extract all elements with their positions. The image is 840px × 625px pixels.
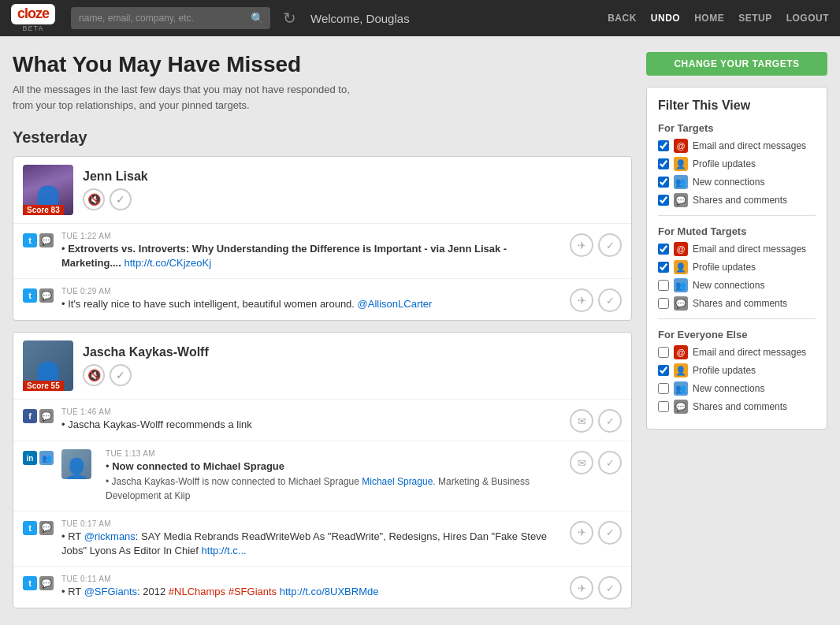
filter-targets-shares[interactable]: 💬 Shares and comments — [658, 193, 816, 207]
person-header-jascha: 👤 Score 55 Jascha Kaykas-Wolff 🔇 ✓ — [13, 333, 631, 400]
filter-everyone-connections[interactable]: 👥 New connections — [658, 381, 816, 396]
email-filter-icon: @ — [674, 242, 688, 256]
filter-targets-email[interactable]: @ Email and direct messages — [658, 139, 816, 153]
change-targets-button[interactable]: CHANGE YOUR TARGETS — [646, 52, 827, 76]
message-actions: ✉ ✓ — [570, 409, 622, 433]
done-button[interactable]: ✓ — [598, 288, 622, 312]
chat-icon: 💬 — [39, 521, 54, 535]
filter-muted-connections[interactable]: 👥 New connections — [658, 278, 816, 292]
filter-targets-connections-checkbox[interactable] — [658, 177, 669, 188]
filter-everyone-profile[interactable]: 👤 Profile updates — [658, 363, 816, 378]
send-button[interactable]: ✈ — [570, 233, 593, 257]
filter-targets-profile-checkbox[interactable] — [658, 158, 669, 169]
twitter-icon: t — [23, 576, 37, 590]
connection-detail: • Jascha Kaykas-Wolff is now connected t… — [106, 476, 530, 501]
done-button[interactable]: ✓ — [598, 233, 622, 257]
send-button[interactable]: ✈ — [570, 576, 593, 600]
message-actions: ✈ ✓ — [570, 576, 622, 600]
hashtag1: #NLChamps — [169, 586, 225, 597]
profile-filter-icon: 👤 — [674, 260, 688, 274]
message-body: TUE 1:46 AM • Jascha Kaykas-Wolff recomm… — [61, 407, 562, 432]
message-text: • Now connected to Michael Sprague • Jas… — [106, 459, 562, 503]
message-link[interactable]: http://t.co/8UXBRMde — [280, 586, 379, 597]
welcome-text: Welcome, Douglas — [310, 12, 410, 25]
person-name-jascha: Jascha Kaykas-Wolff — [83, 345, 209, 359]
send-button[interactable]: ✈ — [570, 521, 593, 545]
refresh-button[interactable]: ↻ — [283, 9, 296, 28]
connection-link[interactable]: Michael Sprague — [362, 476, 433, 487]
message-item: t 💬 TUE 0:17 AM • RT @rickmans: SAY Medi… — [13, 512, 631, 567]
nav-back[interactable]: BACK — [608, 13, 637, 24]
filter-targets-email-checkbox[interactable] — [658, 140, 669, 151]
filter-muted-profile[interactable]: 👤 Profile updates — [658, 260, 816, 274]
person-actions-jenn: 🔇 ✓ — [83, 188, 148, 210]
left-panel: What You May Have Missed All the message… — [13, 52, 632, 619]
filter-everyone-email[interactable]: @ Email and direct messages — [658, 345, 816, 359]
done-button[interactable]: ✓ — [598, 521, 622, 545]
done-button[interactable]: ✓ — [598, 409, 622, 433]
hashtag2: #SFGiants — [229, 586, 277, 597]
divider — [658, 318, 816, 319]
nav-logout[interactable]: LOGOUT — [786, 13, 829, 24]
email-filter-icon: @ — [674, 139, 688, 153]
send-button[interactable]: ✈ — [570, 288, 593, 312]
person-info-jenn: Jenn Lisak 🔇 ✓ — [83, 169, 148, 210]
person-header-jenn: 👤 Score 83 Jenn Lisak 🔇 ✓ — [13, 157, 631, 224]
filter-targets-connections[interactable]: 👥 New connections — [658, 175, 816, 189]
email-button[interactable]: ✉ — [570, 409, 593, 433]
message-timestamp: TUE 0:17 AM — [61, 519, 562, 528]
done-button[interactable]: ✓ — [598, 451, 622, 474]
source-icons: t 💬 — [23, 576, 54, 590]
message-link[interactable]: http://t.co/CKjzeoKj — [124, 257, 211, 269]
search-input[interactable] — [71, 9, 244, 27]
filter-muted-connections-checkbox[interactable] — [658, 280, 669, 291]
filter-label: Email and direct messages — [693, 140, 806, 151]
filter-everyone-shares[interactable]: 💬 Shares and comments — [658, 400, 816, 414]
filter-muted-email-checkbox[interactable] — [658, 244, 669, 255]
source-icons: in 👥 — [23, 451, 54, 465]
filter-targets-shares-checkbox[interactable] — [658, 195, 669, 206]
chat-icon: 💬 — [39, 288, 54, 303]
nav-undo[interactable]: UNDO — [651, 13, 680, 24]
check-button-jenn[interactable]: ✓ — [110, 188, 132, 210]
filter-everyone-profile-checkbox[interactable] — [658, 365, 669, 376]
nav-home[interactable]: HOME — [694, 13, 724, 24]
message-text: • Extroverts vs. Introverts: Why Underst… — [61, 242, 562, 270]
message-timestamp: TUE 1:13 AM — [106, 449, 562, 458]
nav-setup[interactable]: SETUP — [738, 13, 772, 24]
message-link[interactable]: http://t.c... — [202, 545, 247, 556]
connections-filter-icon: 👥 — [674, 278, 688, 292]
filter-muted-profile-checkbox[interactable] — [658, 262, 669, 273]
filter-muted-shares[interactable]: 💬 Shares and comments — [658, 296, 816, 311]
mention-text: @rickmans — [84, 530, 136, 542]
main-content: What You May Have Missed All the message… — [0, 36, 840, 625]
email-filter-icon: @ — [674, 345, 688, 359]
filter-everyone-shares-checkbox[interactable] — [658, 401, 669, 412]
filter-muted-shares-checkbox[interactable] — [658, 298, 669, 309]
message-timestamp: TUE 1:22 AM — [61, 232, 562, 240]
filter-label: Shares and comments — [693, 195, 787, 206]
check-button-jascha[interactable]: ✓ — [110, 364, 132, 386]
filter-label: New connections — [693, 280, 764, 291]
filter-label: New connections — [693, 383, 764, 394]
filter-section-targets: For Targets — [658, 122, 816, 134]
mute-button-jascha[interactable]: 🔇 — [83, 364, 105, 386]
filter-label: Shares and comments — [693, 401, 787, 412]
filter-everyone-email-checkbox[interactable] — [658, 347, 669, 358]
person-actions-jascha: 🔇 ✓ — [83, 364, 209, 386]
search-button[interactable]: 🔍 — [244, 12, 270, 24]
source-icons: f 💬 — [23, 409, 54, 423]
filter-targets-profile[interactable]: 👤 Profile updates — [658, 157, 816, 171]
message-item: in 👥 👤 TUE 1:13 AM • Now connected to Mi… — [13, 441, 631, 512]
email-button[interactable]: ✉ — [570, 451, 593, 474]
message-item: t 💬 TUE 0:11 AM • RT @SFGiants: 2012 #NL… — [13, 567, 631, 608]
subtitle-line1: All the messages in the last few days th… — [13, 84, 350, 95]
mute-button-jenn[interactable]: 🔇 — [83, 188, 105, 210]
subtitle-line2: from your top relationships, and your pi… — [13, 99, 250, 111]
filter-everyone-connections-checkbox[interactable] — [658, 383, 669, 394]
message-actions: ✈ ✓ — [570, 288, 622, 312]
filter-muted-email[interactable]: @ Email and direct messages — [658, 242, 816, 256]
profile-filter-icon: 👤 — [674, 157, 688, 171]
done-button[interactable]: ✓ — [598, 576, 622, 600]
nav-links: BACK UNDO HOME SETUP LOGOUT — [608, 13, 829, 24]
